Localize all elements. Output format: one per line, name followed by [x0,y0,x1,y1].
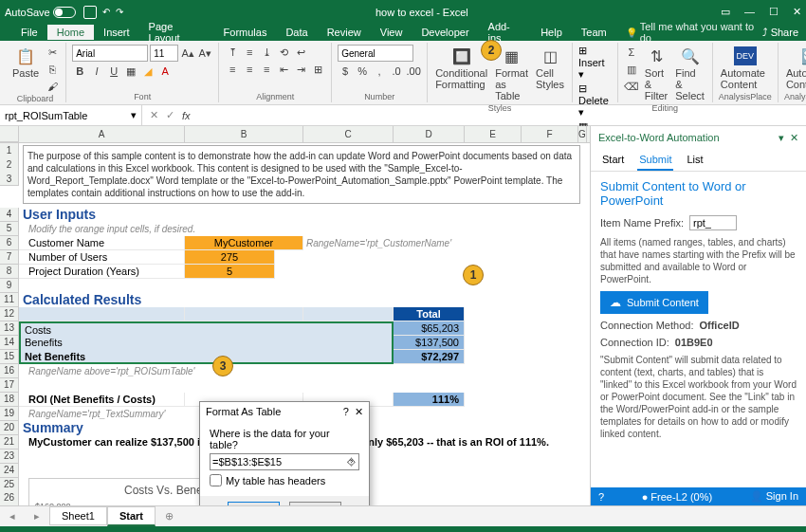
grow-font-icon[interactable]: A▴ [180,46,195,61]
minimize-icon[interactable]: — [744,6,755,18]
wrap-text-icon[interactable]: ↩ [293,45,308,60]
clear-icon[interactable]: ⌫ [624,79,639,94]
merge-icon[interactable]: ⊞ [310,62,325,77]
tab-developer[interactable]: Developer [412,25,478,40]
headers-checkbox[interactable]: My table has headers [210,474,359,486]
input-value[interactable]: 275 [185,250,275,265]
name-box[interactable]: rpt_ROISumTable▾ [0,105,142,125]
border-icon[interactable]: ▦ [123,64,138,79]
percent-icon[interactable]: % [355,64,370,79]
paste-button[interactable]: 📋Paste [10,45,41,81]
tab-page-layout[interactable]: Page Layout [139,19,214,46]
toggle-off-icon[interactable] [53,7,76,18]
automate-content-button-1[interactable]: DEVAutomate Content [719,45,772,92]
tab-formulas[interactable]: Formulas [214,25,277,40]
cancel-button[interactable]: Cancel [289,502,341,505]
font-color-icon[interactable]: A [157,64,173,79]
align-left-icon[interactable]: ≡ [225,62,240,77]
col-header-B[interactable]: B [185,126,303,142]
tab-team[interactable]: Team [572,25,616,40]
fx-icon[interactable]: fx [182,110,191,121]
taskpane-close-icon[interactable]: ✕ [790,132,798,143]
close-icon[interactable]: ✕ [793,6,801,18]
tp-help-icon[interactable]: ? [598,491,604,503]
tab-review[interactable]: Review [318,25,371,40]
col-header-F[interactable]: F [522,126,578,142]
delete-cells-button[interactable]: ⊟ Delete ▾ [578,83,612,119]
fill-color-icon[interactable]: ◢ [140,64,156,79]
tp-signin[interactable]: 👤 Sign In [750,490,798,503]
underline-button[interactable]: U [106,64,121,79]
autosave-toggle[interactable]: AutoSave [5,7,76,18]
indent-increase-icon[interactable]: ⇥ [293,62,308,77]
cell-styles-button[interactable]: ◫Cell Styles [534,45,566,92]
col-header-A[interactable]: A [19,126,185,142]
tp-tab-submit[interactable]: Submit [637,150,673,171]
maximize-icon[interactable]: ☐ [769,6,779,18]
format-painter-icon[interactable]: 🖌 [45,79,60,94]
tab-data[interactable]: Data [276,25,317,40]
col-header-E[interactable]: E [465,126,522,142]
col-header-C[interactable]: C [303,126,394,142]
submit-content-button[interactable]: Submit Content [600,291,708,314]
select-all-corner[interactable] [0,126,19,142]
tab-view[interactable]: View [371,25,412,40]
autosum-icon[interactable]: Σ [624,45,639,60]
new-sheet-icon[interactable]: ⊕ [156,510,183,523]
tab-home[interactable]: Home [47,25,94,40]
close-dialog-icon[interactable]: ✕ [355,406,363,417]
redo-icon[interactable]: ↷ [116,7,123,17]
share-button[interactable]: ⤴ Share [762,27,798,38]
align-middle-icon[interactable]: ≡ [242,45,257,60]
range-picker-icon[interactable]: ⯑ [346,456,357,468]
tp-tab-start[interactable]: Start [600,150,626,171]
font-size-combo[interactable]: 11 [150,45,178,62]
help-icon[interactable]: ? [343,406,349,417]
bold-button[interactable]: B [72,64,87,79]
number-format-combo[interactable]: General [338,45,413,62]
cut-icon[interactable]: ✂ [45,45,60,60]
comma-icon[interactable]: , [372,64,387,79]
align-right-icon[interactable]: ≡ [259,62,274,77]
find-select-button[interactable]: 🔍Find & Select [673,45,706,103]
tp-tab-list[interactable]: List [685,150,705,171]
undo-icon[interactable]: ↶ [102,7,110,17]
automate-content-button-2[interactable]: 🔄Automate Content [784,45,806,92]
decrease-decimal-icon[interactable]: .00 [406,64,421,79]
col-header-D[interactable]: D [394,126,465,142]
orientation-icon[interactable]: ⟲ [276,45,291,60]
sheet-tab-sheet1[interactable]: Sheet1 [49,506,107,525]
chevron-down-icon[interactable]: ▾ [131,109,137,121]
prefix-input[interactable] [689,215,737,230]
insert-cells-button[interactable]: ⊞ Insert ▾ [578,45,612,81]
increase-decimal-icon[interactable]: .0 [389,64,404,79]
tab-help[interactable]: Help [531,25,572,40]
cancel-formula-icon[interactable]: ✕ [150,109,158,121]
enter-formula-icon[interactable]: ✓ [166,109,174,121]
save-icon[interactable] [83,6,97,19]
fill-icon[interactable]: ▥ [624,62,639,77]
taskpane-dropdown-icon[interactable]: ▾ [779,132,784,143]
sheet-nav-next-icon[interactable]: ▸ [25,510,49,523]
ok-button[interactable]: OK [228,502,280,505]
font-name-combo[interactable]: Arial [72,45,148,62]
indent-decrease-icon[interactable]: ⇤ [276,62,291,77]
copy-icon[interactable]: ⎘ [45,62,60,77]
dialog-range-input[interactable]: =$B$13:$E$15⯑ [210,453,359,470]
sheet-nav-prev-icon[interactable]: ◂ [0,510,25,523]
align-bottom-icon[interactable]: ⤓ [259,45,274,60]
col-header-G[interactable]: G [578,126,587,142]
worksheet-grid[interactable]: ABCDEFG 123 The purpose of this sample c… [0,126,590,505]
sort-filter-button[interactable]: ⇅Sort & Filter [643,45,669,103]
align-top-icon[interactable]: ⤒ [225,45,240,60]
italic-button[interactable]: I [89,64,104,79]
tab-file[interactable]: File [11,25,47,40]
accounting-icon[interactable]: $ [338,64,353,79]
align-center-icon[interactable]: ≡ [242,62,257,77]
input-value[interactable]: 5 [185,265,275,279]
ribbon-options-icon[interactable]: ▭ [721,6,730,18]
shrink-font-icon[interactable]: A▾ [197,46,212,61]
input-value[interactable]: MyCustomer [185,236,303,250]
tell-me-search[interactable]: 💡 Tell me what you want to do [626,21,762,44]
tab-insert[interactable]: Insert [94,25,139,40]
